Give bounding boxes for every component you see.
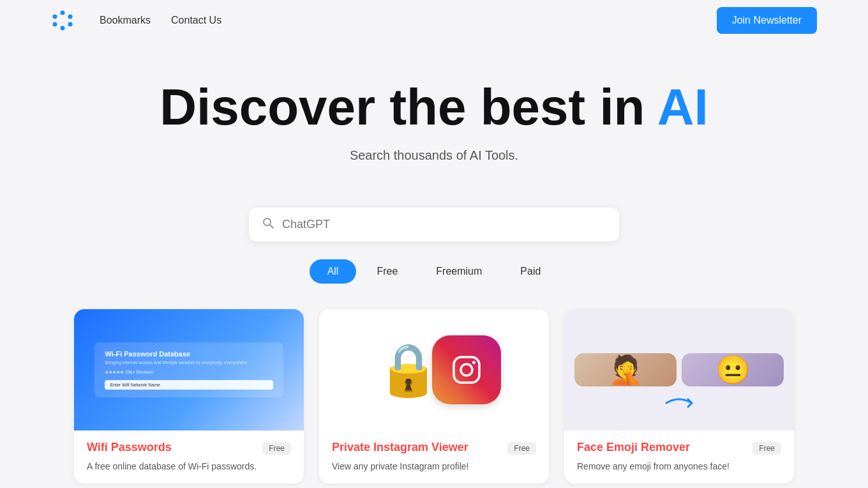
card-instagram-badge: Free <box>507 442 536 455</box>
svg-point-3 <box>61 26 65 31</box>
card-emoji-image: 🤦 😐 <box>564 309 794 431</box>
card-emoji-description: Remove any emoji from anyones face! <box>577 460 781 473</box>
instagram-logo <box>432 335 501 404</box>
card-instagram-header-row: Private Instagram Viewer Free <box>332 441 536 455</box>
logo-area <box>51 9 74 32</box>
hero-title: Discover the best in AI <box>13 79 855 135</box>
card-instagram-title: Private Instagram Viewer <box>332 441 468 454</box>
wifi-mock-subtitle: Bringing internet access and lifestyle s… <box>105 360 273 365</box>
card-wifi-passwords[interactable]: Wi-Fi Password Database Bringing interne… <box>74 309 304 484</box>
filter-tab-free[interactable]: Free <box>359 259 415 284</box>
svg-line-7 <box>270 225 274 229</box>
cards-container: Wi-Fi Password Database Bringing interne… <box>0 309 868 484</box>
wifi-mock-stars: ★★★★★ 29k+ Reviews <box>105 370 273 375</box>
wifi-mock-input: Enter Wifi Network Name <box>105 380 273 390</box>
filter-tab-all[interactable]: All <box>310 259 357 284</box>
hero-subtitle: Search thousands of AI Tools. <box>13 148 855 163</box>
card-wifi-badge: Free <box>262 442 291 455</box>
card-wifi-image: Wi-Fi Password Database Bringing interne… <box>74 309 304 431</box>
card-wifi-description: A free online database of Wi-Fi password… <box>87 460 291 473</box>
card-wifi-body: Wifi Passwords Free A free online databa… <box>74 431 304 484</box>
hero-section: Discover the best in AI Search thousands… <box>0 41 868 208</box>
face-cell-2: 😐 <box>682 353 784 386</box>
svg-rect-8 <box>454 357 479 383</box>
card-wifi-title: Wifi Passwords <box>87 441 172 454</box>
svg-point-1 <box>68 15 73 19</box>
search-icon <box>262 217 274 233</box>
face-cell-1: 🤦 <box>574 353 677 386</box>
hero-title-ai: AI <box>657 79 708 135</box>
contact-link[interactable]: Contact Us <box>171 15 221 26</box>
svg-point-0 <box>61 11 65 15</box>
filter-tab-freemium[interactable]: Freemium <box>418 259 500 284</box>
card-instagram-viewer[interactable]: 🔒 Private Instagram Viewer Free View any… <box>319 309 549 484</box>
card-emoji-body: Face Emoji Remover Free Remove any emoji… <box>564 431 794 484</box>
svg-point-4 <box>53 22 57 27</box>
filter-tab-paid[interactable]: Paid <box>502 259 558 284</box>
card-face-emoji[interactable]: 🤦 😐 Face Emoji Remover Free Remove any e… <box>564 309 794 484</box>
lock-icon: 🔒 <box>377 340 440 400</box>
search-input[interactable] <box>282 218 606 231</box>
bookmarks-link[interactable]: Bookmarks <box>100 15 151 26</box>
card-instagram-description: View any private Instagram profile! <box>332 460 536 473</box>
instagram-camera-icon <box>449 352 484 388</box>
card-emoji-badge: Free <box>752 442 781 455</box>
emoji-arrow-icon <box>664 394 694 416</box>
card-wifi-header-row: Wifi Passwords Free <box>87 441 291 455</box>
header: Bookmarks Contact Us Join Newsletter <box>0 0 868 41</box>
card-emoji-header-row: Face Emoji Remover Free <box>577 441 781 455</box>
card-instagram-body: Private Instagram Viewer Free View any p… <box>319 431 549 484</box>
logo-icon <box>51 9 74 32</box>
card-emoji-title: Face Emoji Remover <box>577 441 690 454</box>
search-box <box>249 208 619 241</box>
search-container <box>0 208 868 241</box>
filter-tabs: All Free Freemium Paid <box>0 259 868 284</box>
svg-point-10 <box>472 361 475 364</box>
svg-point-2 <box>68 22 73 27</box>
join-newsletter-button[interactable]: Join Newsletter <box>717 7 817 34</box>
nav-links: Bookmarks Contact Us <box>100 15 717 26</box>
svg-point-9 <box>461 364 472 376</box>
card-instagram-image: 🔒 <box>319 309 549 431</box>
wifi-mock-screen: Wi-Fi Password Database Bringing interne… <box>94 342 283 397</box>
hero-title-text: Discover the best in <box>160 79 645 135</box>
wifi-mock-title: Wi-Fi Password Database <box>105 350 273 358</box>
svg-point-5 <box>53 15 57 19</box>
